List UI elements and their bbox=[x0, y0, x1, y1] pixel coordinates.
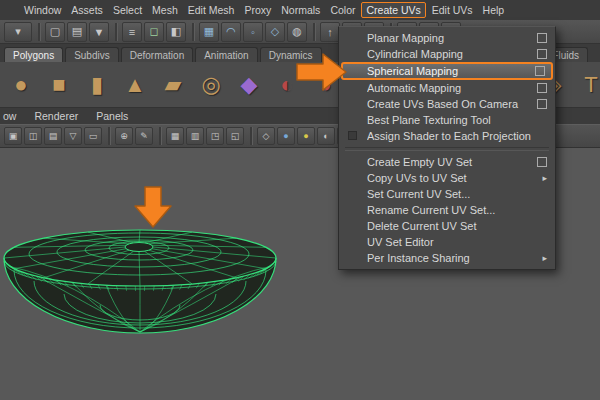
toolbar-separator bbox=[192, 23, 195, 41]
toolbar-separator bbox=[159, 127, 162, 145]
toolbar-separator bbox=[250, 127, 253, 145]
panel-menu-panels[interactable]: Panels bbox=[96, 110, 128, 122]
menu-item-create-empty-uv-set[interactable]: Create Empty UV Set bbox=[341, 154, 553, 170]
lock-camera-icon[interactable]: ◫ bbox=[24, 127, 42, 145]
shelf-boolean-difference-icon[interactable]: ◑ bbox=[308, 67, 342, 103]
shelf-poly-torus-icon[interactable]: ◎ bbox=[194, 67, 228, 103]
toolbar-separator bbox=[108, 127, 111, 145]
menubar-item-color[interactable]: Color bbox=[326, 3, 359, 17]
menu-item-best-plane-texturing-tool[interactable]: Best Plane Texturing Tool bbox=[341, 112, 553, 128]
panel-menu-renderer[interactable]: Renderer bbox=[34, 110, 78, 122]
checkbox-icon[interactable] bbox=[348, 131, 357, 140]
menubar-item-normals[interactable]: Normals bbox=[277, 3, 324, 17]
menu-item-set-current-uv-set[interactable]: Set Current UV Set... bbox=[341, 186, 553, 202]
main-menubar: WindowAssetsSelectMeshEdit MeshProxyNorm… bbox=[0, 0, 600, 20]
menu-item-label: Spherical Mapping bbox=[367, 65, 529, 77]
menu-item-planar-mapping[interactable]: Planar Mapping bbox=[341, 30, 553, 46]
select-hierarchy-icon[interactable]: ≡ bbox=[122, 22, 142, 42]
menubar-item-window[interactable]: Window bbox=[20, 3, 65, 17]
toolbar-separator bbox=[115, 23, 118, 41]
menu-item-uv-set-editor[interactable]: UV Set Editor bbox=[341, 234, 553, 250]
shelf-poly-cylinder-icon[interactable]: ▮ bbox=[80, 67, 114, 103]
menubar-item-edit-uvs[interactable]: Edit UVs bbox=[428, 3, 477, 17]
create-uvs-menu: Planar MappingCylindrical MappingSpheric… bbox=[338, 26, 556, 270]
snap-point-icon[interactable]: ◦ bbox=[243, 22, 263, 42]
toolbar-separator bbox=[38, 23, 41, 41]
menu-item-per-instance-sharing[interactable]: Per Instance Sharing▸ bbox=[341, 250, 553, 266]
lighting-display-icon[interactable]: ◐ bbox=[317, 127, 335, 145]
snap-curve-icon[interactable]: ◠ bbox=[221, 22, 241, 42]
shelf-poly-sphere-icon[interactable]: ● bbox=[4, 67, 38, 103]
submenu-arrow-icon: ▸ bbox=[542, 253, 547, 263]
shelf-subdiv-cube-icon[interactable]: ◆ bbox=[232, 67, 266, 103]
file-new-icon[interactable]: ▢ bbox=[45, 22, 65, 42]
menu-item-label: UV Set Editor bbox=[367, 236, 547, 248]
option-box-icon[interactable] bbox=[535, 66, 545, 76]
film-gate-icon[interactable]: ▥ bbox=[186, 127, 204, 145]
menu-item-label: Set Current UV Set... bbox=[367, 188, 547, 200]
shelf-poly-cone-icon[interactable]: ▲ bbox=[118, 67, 152, 103]
shaded-display-icon[interactable]: ● bbox=[277, 127, 295, 145]
menubar-item-help[interactable]: Help bbox=[479, 3, 509, 17]
menu-item-spherical-mapping[interactable]: Spherical Mapping bbox=[341, 62, 553, 80]
menu-item-label: Per Instance Sharing bbox=[367, 252, 536, 264]
camera-attributes-icon[interactable]: ▤ bbox=[44, 127, 62, 145]
select-object-icon[interactable]: ◻ bbox=[144, 22, 164, 42]
file-open-icon[interactable]: ▤ bbox=[67, 22, 87, 42]
maya-window: WindowAssetsSelectMeshEdit MeshProxyNorm… bbox=[0, 0, 600, 400]
shelf-tab-dynamics[interactable]: Dynamics bbox=[260, 47, 322, 62]
menu-item-cylindrical-mapping[interactable]: Cylindrical Mapping bbox=[341, 46, 553, 62]
camera-select-icon[interactable]: ▣ bbox=[4, 127, 22, 145]
menubar-item-proxy[interactable]: Proxy bbox=[240, 3, 275, 17]
file-save-icon[interactable]: ▼ bbox=[89, 22, 109, 42]
make-live-icon[interactable]: ◍ bbox=[287, 22, 307, 42]
menubar-item-select[interactable]: Select bbox=[109, 3, 146, 17]
menu-item-assign-shader-to-each-projection[interactable]: Assign Shader to Each Projection bbox=[341, 128, 553, 144]
2d-pan-zoom-icon[interactable]: ⊕ bbox=[115, 127, 133, 145]
menu-item-delete-current-uv-set[interactable]: Delete Current UV Set bbox=[341, 218, 553, 234]
textured-display-icon[interactable]: ● bbox=[297, 127, 315, 145]
shelf-poly-text-icon[interactable]: T bbox=[574, 67, 600, 103]
select-component-icon[interactable]: ◧ bbox=[166, 22, 186, 42]
option-box-icon[interactable] bbox=[537, 49, 547, 59]
shelf-poly-plane-icon[interactable]: ▰ bbox=[156, 67, 190, 103]
toolbar-separator bbox=[313, 23, 316, 41]
menu-item-automatic-mapping[interactable]: Automatic Mapping bbox=[341, 80, 553, 96]
shelf-tab-deformation[interactable]: Deformation bbox=[121, 47, 193, 62]
menu-item-label: Create UVs Based On Camera bbox=[367, 98, 531, 110]
option-box-icon[interactable] bbox=[537, 99, 547, 109]
menu-item-label: Automatic Mapping bbox=[367, 82, 531, 94]
menu-item-create-uvs-based-on-camera[interactable]: Create UVs Based On Camera bbox=[341, 96, 553, 112]
menubar-item-mesh[interactable]: Mesh bbox=[148, 3, 182, 17]
selection-mask-menu-icon[interactable]: ▾ bbox=[4, 22, 32, 42]
shelf-boolean-union-icon[interactable]: ◐ bbox=[270, 67, 304, 103]
menubar-item-create-uvs[interactable]: Create UVs bbox=[361, 2, 425, 18]
menubar-item-edit-mesh[interactable]: Edit Mesh bbox=[184, 3, 239, 17]
menu-item-label: Copy UVs to UV Set bbox=[367, 172, 536, 184]
menu-item-copy-uvs-to-uv-set[interactable]: Copy UVs to UV Set▸ bbox=[341, 170, 553, 186]
menu-item-label: Best Plane Texturing Tool bbox=[367, 114, 547, 126]
shelf-tab-animation[interactable]: Animation bbox=[195, 47, 257, 62]
resolution-gate-icon[interactable]: ◳ bbox=[206, 127, 224, 145]
menu-item-label: Create Empty UV Set bbox=[367, 156, 531, 168]
option-box-icon[interactable] bbox=[537, 157, 547, 167]
shelf-tab-polygons[interactable]: Polygons bbox=[4, 47, 63, 62]
menubar-item-assets[interactable]: Assets bbox=[67, 3, 107, 17]
gate-mask-icon[interactable]: ◱ bbox=[226, 127, 244, 145]
menu-item-label: Delete Current UV Set bbox=[367, 220, 547, 232]
grease-pencil-icon[interactable]: ✎ bbox=[135, 127, 153, 145]
input-connections-icon[interactable]: ↑ bbox=[320, 22, 340, 42]
bookmarks-icon[interactable]: ▽ bbox=[64, 127, 82, 145]
option-box-icon[interactable] bbox=[537, 83, 547, 93]
snap-grid-icon[interactable]: ▦ bbox=[199, 22, 219, 42]
image-plane-icon[interactable]: ▭ bbox=[84, 127, 102, 145]
panel-menu-ow[interactable]: ow bbox=[3, 110, 16, 122]
menu-item-label: Planar Mapping bbox=[367, 32, 531, 44]
grid-toggle-icon[interactable]: ▦ bbox=[166, 127, 184, 145]
snap-plane-icon[interactable]: ◇ bbox=[265, 22, 285, 42]
option-box-icon[interactable] bbox=[537, 33, 547, 43]
shelf-poly-cube-icon[interactable]: ■ bbox=[42, 67, 76, 103]
shelf-tab-subdivs[interactable]: Subdivs bbox=[65, 47, 119, 62]
menu-item-rename-current-uv-set[interactable]: Rename Current UV Set... bbox=[341, 202, 553, 218]
wireframe-display-icon[interactable]: ◇ bbox=[257, 127, 275, 145]
